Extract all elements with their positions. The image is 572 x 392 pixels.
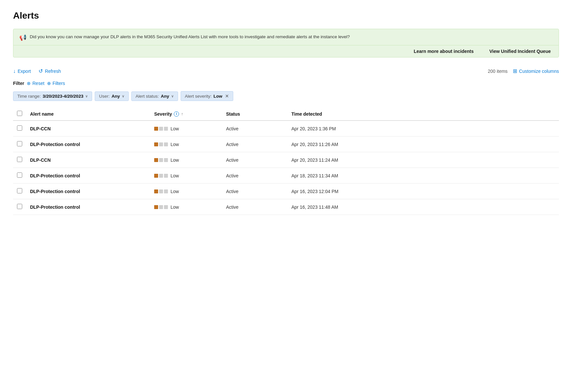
sev-bar-2 bbox=[164, 158, 168, 162]
col-severity-label: Severity bbox=[154, 111, 172, 117]
reset-filter-button[interactable]: ⊗ Reset bbox=[27, 81, 44, 86]
status-text: Active bbox=[226, 157, 238, 163]
customize-label: Customize columns bbox=[519, 69, 559, 74]
severity-indicator: Low bbox=[154, 157, 218, 163]
row-checkbox[interactable] bbox=[17, 141, 22, 146]
row-checkbox[interactable] bbox=[17, 157, 22, 162]
row-severity: Low bbox=[150, 152, 222, 168]
col-time-label: Time detected bbox=[291, 111, 322, 117]
severity-indicator: Low bbox=[154, 142, 218, 147]
row-checkbox[interactable] bbox=[17, 188, 22, 193]
filter-chip-0[interactable]: Time range: 3/20/2023-4/20/2023 ∨ bbox=[13, 91, 92, 101]
row-check-1 bbox=[13, 137, 26, 152]
chip-arrow-icon[interactable]: ∨ bbox=[171, 94, 174, 98]
chip-value: Any bbox=[111, 94, 120, 99]
table-row: DLP-CCN Low ActiveApr 20, 2023 1:36 PM bbox=[13, 121, 559, 137]
row-status: Active bbox=[222, 152, 287, 168]
col-header-severity[interactable]: Severity i ↑ bbox=[150, 107, 222, 121]
sev-level-text: Low bbox=[171, 126, 179, 131]
severity-info-icon[interactable]: i bbox=[174, 111, 179, 117]
sev-bar-1 bbox=[159, 127, 163, 131]
sev-bar-0 bbox=[154, 205, 158, 209]
export-button[interactable]: ↓ Export bbox=[13, 67, 31, 75]
row-time-detected: Apr 18, 2023 11:34 AM bbox=[287, 168, 559, 184]
reset-filter-icon: ⊗ bbox=[27, 81, 31, 86]
row-status: Active bbox=[222, 137, 287, 152]
table-row: DLP-Protection control Low ActiveApr 16,… bbox=[13, 199, 559, 215]
sev-bars bbox=[154, 189, 168, 193]
sev-bar-2 bbox=[164, 127, 168, 131]
row-alert-name[interactable]: DLP-Protection control bbox=[26, 137, 150, 152]
severity-indicator: Low bbox=[154, 204, 218, 210]
sev-level-text: Low bbox=[171, 142, 179, 147]
refresh-button[interactable]: ↺ Refresh bbox=[39, 67, 61, 75]
sev-bar-1 bbox=[159, 205, 163, 209]
chip-label: Alert status: bbox=[136, 94, 159, 99]
learn-more-button[interactable]: Learn more about incidents bbox=[406, 45, 482, 57]
row-alert-name[interactable]: DLP-CCN bbox=[26, 152, 150, 168]
time-text: Apr 20, 2023 1:36 PM bbox=[291, 126, 336, 131]
row-alert-name[interactable]: DLP-Protection control bbox=[26, 199, 150, 215]
severity-sort-icon[interactable]: ↑ bbox=[181, 112, 183, 116]
info-banner: 📢 Did you know you can now manage your D… bbox=[13, 29, 559, 57]
col-name-label: Alert name bbox=[30, 111, 54, 117]
row-check-3 bbox=[13, 168, 26, 184]
col-header-name: Alert name bbox=[26, 107, 150, 121]
toolbar-right: 200 items ⊞ Customize columns bbox=[488, 67, 559, 75]
banner-actions: Learn more about incidents View Unified … bbox=[13, 45, 559, 57]
status-text: Active bbox=[226, 204, 238, 210]
filters-label: Filters bbox=[53, 81, 65, 86]
table-row: DLP-CCN Low ActiveApr 20, 2023 11:24 AM bbox=[13, 152, 559, 168]
col-header-check bbox=[13, 107, 26, 121]
filter-chip-3[interactable]: Alert severity: Low ✕ bbox=[181, 91, 233, 101]
sev-bar-2 bbox=[164, 142, 168, 146]
sev-bar-2 bbox=[164, 189, 168, 193]
add-filter-icon: ⊕ bbox=[47, 81, 51, 86]
sev-bars bbox=[154, 174, 168, 178]
sev-bars bbox=[154, 142, 168, 146]
filter-chip-2[interactable]: Alert status: Any ∨ bbox=[131, 91, 178, 101]
row-checkbox[interactable] bbox=[17, 172, 22, 178]
row-time-detected: Apr 16, 2023 11:48 AM bbox=[287, 199, 559, 215]
status-text: Active bbox=[226, 142, 238, 147]
toolbar-left: ↓ Export ↺ Refresh bbox=[13, 67, 61, 75]
status-text: Active bbox=[226, 126, 238, 131]
add-filters-button[interactable]: ⊕ Filters bbox=[47, 81, 65, 86]
row-severity: Low bbox=[150, 121, 222, 137]
toolbar: ↓ Export ↺ Refresh 200 items ⊞ Customize… bbox=[13, 67, 559, 75]
export-icon: ↓ bbox=[13, 68, 16, 74]
row-checkbox[interactable] bbox=[17, 125, 22, 131]
banner-text: Did you know you can now manage your DLP… bbox=[30, 34, 350, 40]
row-severity: Low bbox=[150, 199, 222, 215]
severity-indicator: Low bbox=[154, 126, 218, 131]
sev-bar-0 bbox=[154, 142, 158, 146]
row-status: Active bbox=[222, 121, 287, 137]
sev-bar-0 bbox=[154, 158, 158, 162]
chip-label: Time range: bbox=[17, 94, 41, 99]
chip-value: Any bbox=[161, 94, 169, 99]
select-all-checkbox[interactable] bbox=[17, 111, 22, 116]
row-check-0 bbox=[13, 121, 26, 137]
view-unified-queue-button[interactable]: View Unified Incident Queue bbox=[482, 45, 559, 57]
customize-columns-button[interactable]: ⊞ Customize columns bbox=[513, 67, 559, 75]
reset-label: Reset bbox=[32, 81, 44, 86]
chip-close-icon[interactable]: ✕ bbox=[225, 93, 229, 99]
row-alert-name[interactable]: DLP-Protection control bbox=[26, 168, 150, 184]
row-alert-name[interactable]: DLP-Protection control bbox=[26, 184, 150, 199]
sev-bar-2 bbox=[164, 205, 168, 209]
sev-bar-1 bbox=[159, 142, 163, 146]
refresh-label: Refresh bbox=[45, 69, 61, 74]
chip-arrow-icon[interactable]: ∨ bbox=[122, 94, 124, 98]
sev-bars bbox=[154, 158, 168, 162]
row-time-detected: Apr 20, 2023 1:36 PM bbox=[287, 121, 559, 137]
row-check-2 bbox=[13, 152, 26, 168]
sev-bar-0 bbox=[154, 174, 158, 178]
chip-arrow-icon[interactable]: ∨ bbox=[85, 94, 88, 98]
sev-level-text: Low bbox=[171, 189, 179, 194]
filter-chip-1[interactable]: User: Any ∨ bbox=[95, 91, 129, 101]
row-alert-name[interactable]: DLP-CCN bbox=[26, 121, 150, 137]
table-row: DLP-Protection control Low ActiveApr 20,… bbox=[13, 137, 559, 152]
chip-value: 3/20/2023-4/20/2023 bbox=[43, 94, 84, 99]
row-checkbox[interactable] bbox=[17, 204, 22, 209]
sev-bar-1 bbox=[159, 174, 163, 178]
